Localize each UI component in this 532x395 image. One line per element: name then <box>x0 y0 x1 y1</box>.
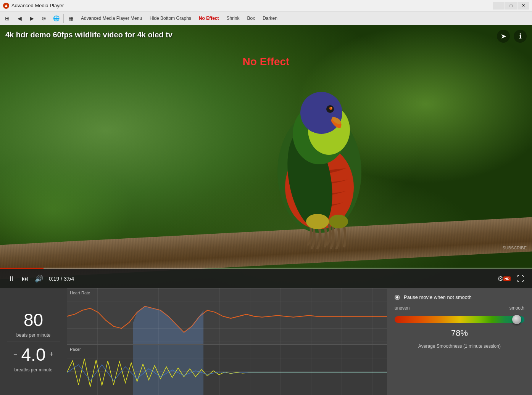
menu-label: Advanced Media Player Menu <box>81 16 142 21</box>
globe-button[interactable]: 🌐 <box>50 13 62 24</box>
video-title: 4k hdr demo 60fps wildlife video for 4k … <box>5 31 172 39</box>
parrot <box>243 54 396 252</box>
svg-point-10 <box>306 214 329 229</box>
svg-point-6 <box>300 92 342 134</box>
grid-button[interactable]: ⊞ <box>2 13 13 24</box>
svg-point-9 <box>330 107 332 109</box>
breath-rate-value: 4.0 <box>21 346 46 363</box>
heart-rate-graph: Heart Rate <box>67 288 387 345</box>
title-bar: Advanced Media Player ─ □ ✕ <box>0 0 532 11</box>
fullscreen-button[interactable]: ⛶ <box>514 272 527 286</box>
window-controls: ─ □ ✕ <box>493 2 529 10</box>
smoothness-slider[interactable] <box>395 316 524 323</box>
breath-controls: − 4.0 + <box>13 346 53 363</box>
uneven-label: uneven <box>395 305 409 311</box>
pause-radio[interactable] <box>395 295 400 300</box>
close-button[interactable]: ✕ <box>517 2 529 10</box>
no-effect-label: No Effect <box>199 16 219 21</box>
globe-icon: 🌐 <box>53 15 60 21</box>
pause-option: Pause movie when not smooth <box>395 294 524 300</box>
breath-rate-label: breaths per minute <box>14 367 52 373</box>
pacer-grid <box>67 345 387 395</box>
hide-graphs-label: Hide Bottom Graphs <box>150 16 191 21</box>
video-top-right: ➤ ℹ <box>497 30 527 43</box>
svg-marker-0 <box>5 4 8 7</box>
darken-button[interactable]: Darken <box>259 13 281 24</box>
smooth-label: smooth <box>509 305 524 311</box>
video-container[interactable]: 4k hdr demo 60fps wildlife video for 4k … <box>0 25 532 288</box>
time-display: 0:19 / 3:54 <box>49 276 74 282</box>
shrink-button[interactable]: Shrink <box>223 13 243 24</box>
svg-point-11 <box>329 215 348 228</box>
pacer-graph-label: Pacer <box>70 347 81 352</box>
share-button[interactable]: ➤ <box>497 30 510 43</box>
smoothness-knob[interactable] <box>512 315 521 324</box>
video-scene: 4k hdr demo 60fps wildlife video for 4k … <box>0 25 532 288</box>
graphs-panel: Heart Rate Pacer <box>67 288 387 395</box>
settings-icon: ⚙ <box>497 275 503 283</box>
menu-button[interactable]: Advanced Media Player Menu <box>77 13 145 24</box>
app-icon <box>3 3 9 9</box>
watermark: SUBSCRIBE <box>502 246 527 250</box>
no-effect-button[interactable]: No Effect <box>195 13 222 24</box>
decrease-breath-button[interactable]: − <box>13 350 18 358</box>
forward-icon: ▶ <box>30 15 34 21</box>
graph-grid <box>67 288 387 344</box>
app-title: Advanced Media Player <box>11 3 493 8</box>
capture-button[interactable]: ⊚ <box>38 13 50 24</box>
capture-icon: ⊚ <box>42 15 46 21</box>
stats-panel: 80 beats per minute − 4.0 + breaths per … <box>0 288 67 395</box>
pause-button[interactable]: ⏸ <box>5 272 18 286</box>
maximize-button[interactable]: □ <box>505 2 517 10</box>
shrink-label: Shrink <box>226 16 239 21</box>
stat-divider <box>7 342 60 342</box>
smoothness-value: 78% <box>395 328 524 338</box>
pacer-graph: Pacer <box>67 345 387 395</box>
settings-group[interactable]: ⚙ HD <box>497 275 511 283</box>
next-button[interactable]: ⏭ <box>18 272 32 286</box>
toolbar-separator <box>63 14 64 23</box>
right-panel: Pause movie when not smooth uneven smoot… <box>387 288 532 395</box>
table-button[interactable]: ▦ <box>65 13 77 24</box>
minimize-button[interactable]: ─ <box>493 2 505 10</box>
back-button[interactable]: ◀ <box>14 13 25 24</box>
smoothness-labels: uneven smooth <box>395 305 524 311</box>
back-icon: ◀ <box>18 15 22 21</box>
box-label: Box <box>247 16 255 21</box>
effect-label: No Effect <box>243 56 290 68</box>
grid-icon: ⊞ <box>5 15 10 21</box>
hd-badge: HD <box>503 276 511 281</box>
heart-rate-value: 80 <box>24 311 43 329</box>
avg-label: Average Smoothness (1 minute session) <box>395 344 524 349</box>
pause-label: Pause movie when not smooth <box>404 294 472 300</box>
toolbar: ⊞ ◀ ▶ ⊚ 🌐 ▦ Advanced Media Player Menu H… <box>0 11 532 25</box>
table-icon: ▦ <box>69 15 74 21</box>
volume-button[interactable]: 🔊 <box>32 272 46 286</box>
heart-rate-graph-label: Heart Rate <box>70 291 90 295</box>
increase-breath-button[interactable]: + <box>49 350 53 358</box>
darken-label: Darken <box>263 16 277 21</box>
controls-right: ⚙ HD ⛶ <box>497 272 527 286</box>
forward-button[interactable]: ▶ <box>26 13 37 24</box>
controls-bar: ⏸ ⏭ 🔊 0:19 / 3:54 ⚙ HD ⛶ <box>0 269 532 288</box>
bottom-panel: 80 beats per minute − 4.0 + breaths per … <box>0 288 532 395</box>
info-button[interactable]: ℹ <box>514 30 527 43</box>
heart-rate-label: beats per minute <box>16 332 50 338</box>
box-button[interactable]: Box <box>244 13 259 24</box>
hide-graphs-button[interactable]: Hide Bottom Graphs <box>146 13 195 24</box>
